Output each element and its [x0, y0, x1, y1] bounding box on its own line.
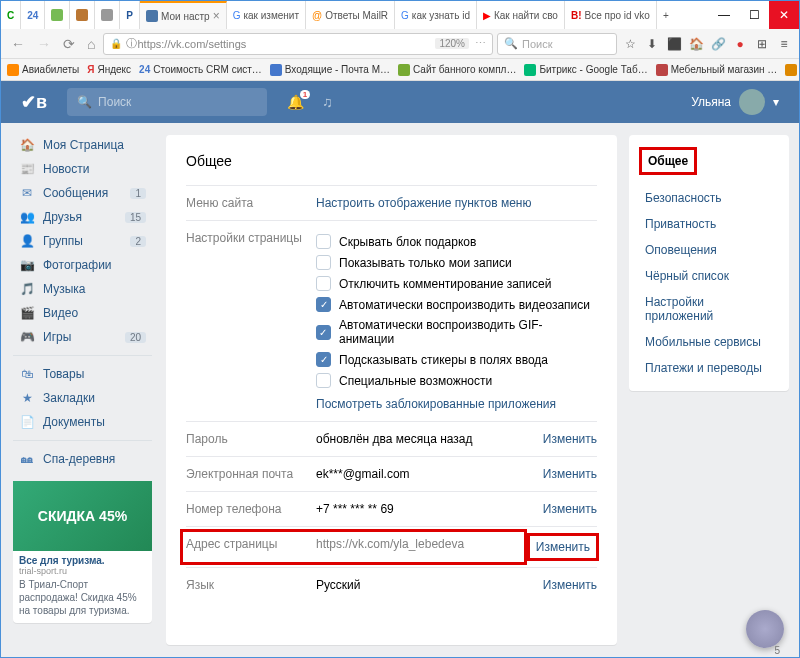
chat-count: 5: [774, 645, 780, 656]
avatar: [739, 89, 765, 115]
tab-apps[interactable]: Настройки приложений: [629, 289, 789, 329]
nav-news[interactable]: 📰Новости: [13, 157, 152, 181]
address-bar: ← → ⟳ ⌂ 🔒 ⓘ https://vk.com/settings 120%…: [1, 29, 799, 59]
left-nav: 🏠Моя Страница 📰Новости ✉Сообщения1 👥Друз…: [1, 123, 156, 657]
bookmark-item[interactable]: Битрикс - Google Таб…: [524, 64, 647, 76]
user-menu[interactable]: Ульяна ▾: [691, 89, 779, 115]
notif-badge: 1: [300, 90, 310, 99]
row-address: Адрес страницы https://vk.com/yla_lebede…: [186, 526, 597, 567]
puzzle-icon[interactable]: ⊞: [753, 35, 771, 53]
back-button[interactable]: ←: [7, 36, 29, 52]
nav-games[interactable]: 🎮Игры20: [13, 325, 152, 349]
tab-4[interactable]: [95, 1, 120, 29]
news-icon: 📰: [19, 161, 35, 177]
bookmark-item[interactable]: Сайт банного компл…: [398, 64, 516, 76]
bookmark-item[interactable]: Экспо-мебель Камы…: [785, 64, 799, 76]
ext1-icon[interactable]: 🏠: [687, 35, 705, 53]
tab-10[interactable]: ▶Как найти сво: [477, 1, 565, 29]
reload-button[interactable]: ⟳: [59, 36, 79, 52]
forward-button[interactable]: →: [33, 36, 55, 52]
tab-3[interactable]: [70, 1, 95, 29]
nav-separator: [13, 440, 152, 441]
tab-notifications[interactable]: Оповещения: [629, 237, 789, 263]
download-icon[interactable]: ⬇: [643, 35, 661, 53]
nav-video[interactable]: 🎬Видео: [13, 301, 152, 325]
bookmark-item[interactable]: 24Стоимость CRM сист…: [139, 64, 262, 75]
checkbox-icon: [316, 276, 331, 291]
music-icon[interactable]: ♫: [322, 94, 333, 110]
nav-photos[interactable]: 📷Фотографии: [13, 253, 152, 277]
bookmark-item[interactable]: Авиабилеты: [7, 64, 79, 76]
row-page-settings: Настройки страницы Скрывать блок подарко…: [186, 220, 597, 421]
tab-2[interactable]: [45, 1, 70, 29]
goods-icon: 🛍: [19, 366, 35, 382]
tab-payments[interactable]: Платежи и переводы: [629, 355, 789, 381]
change-address[interactable]: Изменить: [527, 533, 599, 561]
window-minimize[interactable]: —: [709, 1, 739, 29]
friends-icon: 👥: [19, 209, 35, 225]
change-password[interactable]: Изменить: [543, 432, 597, 446]
new-tab[interactable]: +: [657, 1, 675, 29]
bookmark-item[interactable]: Мебельный магазин …: [656, 64, 778, 76]
change-email[interactable]: Изменить: [543, 467, 597, 481]
bookmark-item[interactable]: Входящие - Почта М…: [270, 64, 390, 76]
window-maximize[interactable]: ☐: [739, 1, 769, 29]
tab-privacy[interactable]: Приватность: [629, 211, 789, 237]
nav-spa[interactable]: 🏘Спа-деревня: [13, 447, 152, 471]
nav-friends[interactable]: 👥Друзья15: [13, 205, 152, 229]
zoom-indicator[interactable]: 120%: [435, 38, 469, 49]
notifications-icon[interactable]: 🔔1: [287, 94, 304, 110]
browser-search[interactable]: 🔍Поиск: [497, 33, 617, 55]
tab-7[interactable]: Gкак изменит: [227, 1, 306, 29]
home-button[interactable]: ⌂: [83, 36, 99, 52]
tab-1[interactable]: 24: [21, 1, 45, 29]
tab-general[interactable]: Общее: [629, 145, 789, 185]
bookmark-icon[interactable]: ☆: [621, 35, 639, 53]
tab-mobile[interactable]: Мобильные сервисы: [629, 329, 789, 355]
photo-icon: 📷: [19, 257, 35, 273]
tab-9[interactable]: Gкак узнать id: [395, 1, 477, 29]
nav-goods[interactable]: 🛍Товары: [13, 362, 152, 386]
url-field[interactable]: 🔒 ⓘ https://vk.com/settings 120% ⋯: [103, 33, 493, 55]
menu-icon[interactable]: ≡: [775, 35, 793, 53]
checkbox-option[interactable]: Специальные возможности: [316, 370, 597, 391]
vk-header: ✔в 🔍 Поиск 🔔1 ♫ Ульяна ▾: [1, 81, 799, 123]
blocked-apps-link[interactable]: Посмотреть заблокированные приложения: [316, 391, 597, 411]
configure-menu-link[interactable]: Настроить отображение пунктов меню: [316, 196, 531, 210]
tab-8[interactable]: @Ответы MailR: [306, 1, 395, 29]
nav-bookmarks[interactable]: ★Закладки: [13, 386, 152, 410]
checkbox-option[interactable]: Отключить комментирование записей: [316, 273, 597, 294]
vk-search[interactable]: 🔍 Поиск: [67, 88, 267, 116]
ad-card[interactable]: СКИДКА 45% Все для туризма. trial-sport.…: [13, 481, 152, 623]
nav-groups[interactable]: 👤Группы2: [13, 229, 152, 253]
checkbox-option[interactable]: ✓Автоматически воспроизводить видеозапис…: [316, 294, 597, 315]
nav-docs[interactable]: 📄Документы: [13, 410, 152, 434]
change-phone[interactable]: Изменить: [543, 502, 597, 516]
row-menu: Меню сайта Настроить отображение пунктов…: [186, 185, 597, 220]
tab-5[interactable]: P: [120, 1, 140, 29]
adblock-icon[interactable]: ●: [731, 35, 749, 53]
tab-active[interactable]: Мои настр×: [140, 1, 227, 29]
window-close[interactable]: ✕: [769, 1, 799, 29]
vk-logo[interactable]: ✔в: [21, 91, 47, 113]
tab-11[interactable]: B!Все про id vko: [565, 1, 657, 29]
chat-widget[interactable]: [746, 610, 784, 648]
change-language[interactable]: Изменить: [543, 578, 597, 592]
checkbox-option[interactable]: ✓Автоматически воспроизводить GIF-анимац…: [316, 315, 597, 349]
checkbox-option[interactable]: Скрывать блок подарков: [316, 231, 597, 252]
doc-icon: 📄: [19, 414, 35, 430]
bookmark-item[interactable]: ЯЯндекс: [87, 64, 131, 75]
ext2-icon[interactable]: 🔗: [709, 35, 727, 53]
tab-blacklist[interactable]: Чёрный список: [629, 263, 789, 289]
checkbox-option[interactable]: Показывать только мои записи: [316, 252, 597, 273]
nav-my-page[interactable]: 🏠Моя Страница: [13, 133, 152, 157]
settings-heading: Общее: [186, 153, 597, 169]
checkbox-option[interactable]: ✓Подсказывать стикеры в полях ввода: [316, 349, 597, 370]
nav-music[interactable]: 🎵Музыка: [13, 277, 152, 301]
tab-0[interactable]: C: [1, 1, 21, 29]
tab-security[interactable]: Безопасность: [629, 185, 789, 211]
close-icon[interactable]: ×: [213, 9, 220, 23]
search-icon: 🔍: [77, 95, 92, 109]
nav-messages[interactable]: ✉Сообщения1: [13, 181, 152, 205]
pocket-icon[interactable]: ⬛: [665, 35, 683, 53]
